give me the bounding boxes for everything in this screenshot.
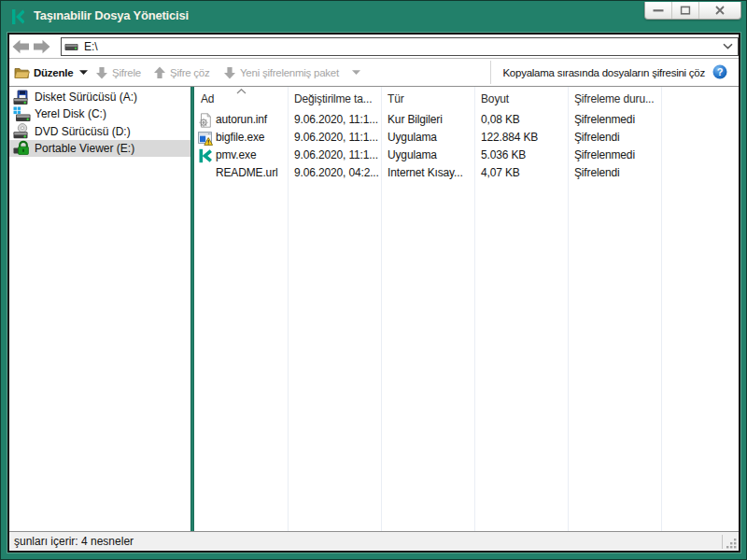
command-bar: Düzenle Şifrele Şifre (9, 59, 739, 87)
close-button[interactable] (698, 2, 740, 19)
file-name: pmv.exe (216, 147, 256, 164)
drive-label: Disket Sürücüsü (A:) (35, 91, 137, 104)
kaspersky-logo-icon (12, 9, 24, 24)
folder-open-icon (14, 65, 30, 79)
status-text: şunları içerir: 4 nesneler (14, 532, 134, 551)
file-row[interactable]: bigfile.exe9.06.2020, 11:1...Uygulama122… (194, 129, 739, 147)
address-text: E:\ (84, 38, 98, 55)
toolbar-separator (490, 61, 491, 84)
dvd-drive-icon (13, 123, 31, 139)
application-icon (198, 131, 213, 146)
column-header[interactable]: Boyut (481, 87, 509, 111)
window-title: Taşınabilir Dosya Yöneticisi (34, 1, 189, 32)
drives-pane: Disket Sürücüsü (A:)Yerel Disk (C:)DVD S… (9, 87, 190, 531)
navigation-bar: E:\ (9, 35, 739, 59)
dropdown-caret-icon[interactable] (352, 70, 360, 75)
decrypt-label: Şifre çöz (170, 67, 210, 78)
file-encryption: Şifrelendi (574, 129, 620, 147)
minimize-icon (653, 5, 664, 16)
file-modified: 9.06.2020, 11:1... (294, 111, 378, 129)
new-encrypted-package-label: Yeni şifrelenmiş paket (240, 67, 339, 78)
file-row[interactable]: pmv.exe9.06.2020, 11:1...Uygulama5.036 K… (194, 147, 739, 164)
decrypt-on-copy-label: Kopyalama sırasında dosyaların şifresini… (502, 67, 705, 78)
setup-file-icon (198, 113, 213, 128)
chevron-down-icon[interactable] (723, 43, 733, 49)
file-name: README.url (216, 164, 278, 182)
titlebar[interactable]: Taşınabilir Dosya Yöneticisi (2, 1, 745, 32)
maximize-icon (680, 6, 690, 15)
column-header[interactable]: Ad (201, 87, 214, 111)
window-controls (644, 2, 741, 20)
content-area: E:\ Düzenle (7, 33, 740, 553)
arrow-down-icon (223, 66, 236, 79)
close-icon (715, 6, 725, 15)
column-header[interactable]: Değiştirilme ta... (294, 87, 372, 111)
drive-icon (64, 41, 78, 52)
drive-item[interactable]: Portable Viewer (E:) (9, 140, 190, 157)
arrow-down-icon (95, 66, 108, 79)
file-type: Kur Bilgileri (388, 111, 443, 129)
drive-item[interactable]: Yerel Disk (C:) (9, 105, 190, 122)
arrow-up-icon (153, 66, 166, 79)
drive-label: Yerel Disk (C:) (35, 107, 106, 120)
file-row[interactable]: autorun.inf9.06.2020, 11:1...Kur Bilgile… (194, 111, 739, 129)
maximize-button[interactable] (671, 2, 698, 19)
sort-asc-icon[interactable] (236, 89, 247, 94)
drive-item[interactable]: DVD Sürücüsü (D:) (9, 123, 190, 140)
new-encrypted-package-button[interactable]: Yeni şifrelenmiş paket (223, 59, 360, 86)
drive-label: DVD Sürücüsü (D:) (35, 125, 131, 138)
file-encryption: Şifrelenmedi (574, 111, 635, 129)
minimize-button[interactable] (645, 2, 671, 19)
drive-item[interactable]: Disket Sürücüsü (A:) (9, 89, 190, 105)
file-list: AdDeğiştirilme ta...TürBoyutŞifreleme du… (194, 87, 739, 531)
column-header[interactable]: Tür (388, 87, 404, 111)
main-panes: Disket Sürücüsü (A:)Yerel Disk (C:)DVD S… (9, 87, 739, 531)
help-icon[interactable]: ? (712, 64, 727, 81)
file-encryption: Şifrelendi (574, 164, 620, 182)
statusbar-separator (722, 535, 723, 549)
svg-text:?: ? (717, 66, 724, 77)
encrypt-button[interactable]: Şifrele (95, 59, 141, 86)
file-size: 4,07 KB (481, 164, 520, 182)
organize-button[interactable]: Düzenle (14, 59, 88, 86)
file-type: Uygulama (388, 129, 437, 147)
file-rows: autorun.inf9.06.2020, 11:1...Kur Bilgile… (194, 111, 739, 182)
file-type: Uygulama (388, 147, 437, 164)
decrypt-on-copy-option: Kopyalama sırasında dosyaların şifresini… (502, 59, 727, 86)
file-modified: 9.06.2020, 04:2... (294, 164, 379, 182)
drive-label: Portable Viewer (E:) (35, 142, 134, 155)
forward-arrow-icon[interactable] (33, 39, 50, 54)
address-bar[interactable]: E:\ (61, 37, 739, 56)
status-bar: şunları içerir: 4 nesneler (9, 531, 739, 551)
decrypt-button[interactable]: Şifre çöz (153, 59, 210, 86)
back-arrow-icon[interactable] (12, 39, 30, 54)
organize-label: Düzenle (34, 67, 73, 78)
file-type: Internet Kısay... (388, 164, 463, 182)
file-name: bigfile.exe (216, 129, 264, 147)
column-header[interactable]: Şifreleme duru... (574, 87, 655, 111)
dropdown-caret-icon (79, 70, 88, 75)
encrypted-drive-icon (13, 140, 31, 156)
file-modified: 9.06.2020, 11:1... (294, 129, 378, 147)
file-size: 5.036 KB (481, 147, 526, 164)
file-size: 122.884 KB (481, 129, 538, 147)
resize-grip-icon[interactable] (726, 538, 738, 550)
file-modified: 9.06.2020, 11:1... (294, 147, 378, 164)
encrypt-label: Şifrele (112, 67, 141, 78)
kaspersky-icon (198, 148, 213, 163)
file-name: autorun.inf (216, 111, 267, 129)
local-disk-icon (13, 106, 31, 122)
app-window: Taşınabilir Dosya Yöneticisi (0, 0, 747, 560)
file-size: 0,08 KB (481, 111, 520, 129)
floppy-drive-icon (13, 90, 31, 105)
file-row[interactable]: README.url9.06.2020, 04:2...Internet Kıs… (194, 164, 739, 182)
file-encryption: Şifrelenmedi (574, 147, 635, 164)
